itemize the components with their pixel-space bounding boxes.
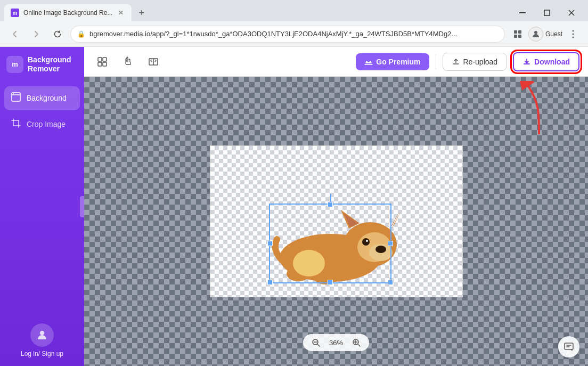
sidebar-item-crop[interactable]: Crop Image [4, 112, 80, 136]
forward-button[interactable] [28, 26, 45, 43]
svg-rect-5 [518, 30, 521, 34]
sidebar-bottom: Log in/ Sign up [12, 315, 72, 366]
login-button[interactable]: Log in/ Sign up [21, 350, 63, 357]
tab-title: Online Image Background Re... [23, 9, 112, 17]
svg-point-11 [573, 36, 574, 38]
zoom-value: 36% [326, 339, 346, 347]
zoom-controls: 36% [297, 328, 375, 357]
window-controls [510, 2, 584, 23]
app-toolbar: Go Premium Re-upload Download [84, 47, 588, 77]
download-label: Download [534, 58, 570, 66]
sidebar-nav: Background Crop Image [0, 82, 84, 141]
refresh-button[interactable] [49, 26, 66, 43]
sidebar-item-crop-label: Crop Image [27, 120, 66, 128]
svg-rect-7 [518, 35, 521, 38]
back-button[interactable] [6, 26, 23, 43]
tab-favicon: m [11, 9, 19, 17]
svg-rect-15 [98, 58, 102, 61]
svg-line-33 [317, 344, 320, 346]
svg-rect-6 [514, 35, 517, 38]
logo-letter: m [12, 60, 18, 68]
browser-tab[interactable]: m Online Image Background Re... ✕ [4, 4, 132, 21]
annotation-arrow [512, 81, 555, 142]
canvas-area[interactable]: 36% [84, 77, 588, 366]
svg-rect-4 [514, 30, 517, 34]
profile-label: Guest [545, 30, 562, 38]
sidebar-logo: m Background Remover [0, 47, 84, 82]
tab-bar: m Online Image Background Re... ✕ + [0, 0, 588, 21]
svg-rect-16 [103, 58, 107, 61]
dog-image-svg [210, 146, 463, 298]
reupload-label: Re-upload [463, 58, 498, 66]
svg-rect-39 [565, 343, 573, 349]
browser-menu-button[interactable] [565, 26, 582, 43]
feedback-button[interactable] [558, 336, 579, 357]
sidebar-item-background[interactable]: Background [4, 86, 80, 110]
favicon-letter: m [13, 10, 18, 16]
main-area: Go Premium Re-upload Download [84, 47, 588, 366]
svg-rect-0 [519, 12, 526, 13]
zoom-in-button[interactable] [350, 336, 363, 349]
go-premium-button[interactable]: Go Premium [356, 53, 429, 70]
svg-rect-18 [103, 62, 107, 66]
logo-icon: m [6, 56, 23, 73]
crop-icon [11, 118, 21, 131]
profile-button[interactable] [528, 27, 543, 42]
image-canvas [210, 145, 463, 297]
tab-close-button[interactable]: ✕ [117, 9, 125, 17]
select-tool-button[interactable] [93, 52, 112, 71]
background-icon [11, 92, 21, 105]
svg-rect-17 [98, 62, 102, 66]
extensions-button[interactable] [509, 26, 526, 43]
nav-right: Guest [509, 26, 582, 43]
svg-point-13 [13, 93, 14, 94]
maximize-button[interactable] [535, 2, 559, 23]
lock-icon: 🔒 [77, 30, 85, 38]
svg-point-26 [375, 246, 386, 253]
pan-tool-button[interactable] [118, 52, 137, 71]
svg-rect-1 [544, 10, 550, 15]
zoom-out-button[interactable] [309, 336, 322, 349]
svg-point-28 [366, 240, 368, 242]
close-button[interactable] [559, 2, 584, 23]
svg-point-10 [573, 33, 574, 35]
avatar [30, 323, 54, 347]
svg-point-9 [573, 30, 574, 31]
download-button[interactable]: Download [513, 52, 579, 71]
svg-point-8 [534, 31, 537, 34]
svg-point-14 [40, 331, 44, 335]
app-container: m Background Remover Background Crop Ima… [0, 47, 588, 366]
compare-tool-button[interactable] [144, 52, 163, 71]
address-bar[interactable]: 🔒 bgremover.media.io/app/?_gl=1*1rwusdo*… [70, 26, 505, 43]
go-premium-label: Go Premium [376, 58, 420, 66]
new-tab-button[interactable]: + [134, 5, 149, 20]
svg-point-27 [362, 238, 370, 246]
svg-line-36 [358, 344, 360, 346]
svg-point-31 [293, 250, 325, 276]
sidebar-item-background-label: Background [27, 94, 67, 102]
logo-text: Background Remover [28, 55, 71, 74]
toolbar-divider [436, 54, 436, 69]
nav-bar: 🔒 bgremover.media.io/app/?_gl=1*1rwusdo*… [0, 21, 588, 47]
zoom-control-group: 36% [303, 334, 369, 351]
url-text: bgremover.media.io/app/?_gl=1*1rwusdo*_g… [89, 30, 498, 38]
minimize-button[interactable] [510, 2, 535, 23]
sidebar-resize-handle[interactable] [80, 196, 84, 217]
reupload-button[interactable]: Re-upload [443, 53, 507, 71]
sidebar: m Background Remover Background Crop Ima… [0, 47, 84, 366]
